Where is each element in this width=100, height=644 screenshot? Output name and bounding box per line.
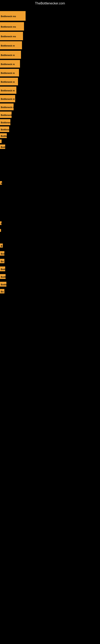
bar-item: Bott: [0, 266, 5, 271]
bar-label: Bott: [0, 266, 5, 271]
bar-label: Bottleneck res: [0, 32, 23, 40]
bar-item: Bottleneck re: [0, 41, 22, 49]
bar-label: Bottleneck re: [0, 60, 20, 68]
site-title: TheBottlenecker.com: [0, 0, 100, 7]
bar-label: Bottleneck: [0, 126, 9, 132]
bar-item: [0, 229, 1, 232]
bar-item: Bottleneck res: [0, 22, 24, 30]
bar-item: Bottleneck re: [0, 51, 21, 59]
bar-item: Bottleneck re: [0, 95, 15, 102]
bar-item: Bottleneck re: [0, 78, 18, 85]
bar-label: Bo: [0, 259, 4, 263]
bar-label: Bottleneck re: [0, 69, 19, 76]
bar-fill: [0, 229, 1, 232]
bar-item: Bottle: [0, 282, 6, 286]
bar-item: Bo: [0, 289, 4, 294]
bar-item: [0, 140, 1, 143]
bar-item: Bottleneck res: [0, 32, 23, 40]
bar-label: B: [0, 222, 1, 225]
bar-item: Bott: [0, 251, 4, 256]
bar-item: Bott: [0, 144, 5, 149]
bar-label: Bottleneck re: [0, 41, 22, 49]
bar-fill: [0, 140, 1, 143]
bar-label: Bott: [0, 144, 5, 149]
bar-item: Bottleneck r: [0, 104, 14, 110]
bar-label: Bottleneck: [0, 119, 10, 125]
bar-label: Bottleneck re: [0, 95, 15, 102]
bar-label: Bottleneck re: [0, 78, 18, 85]
bar-item: Bottleneck re: [0, 60, 20, 68]
bar-label: 6: [0, 181, 2, 185]
bar-item: Bottleneck: [0, 112, 12, 118]
bar-item: Bottleneck: [0, 126, 9, 132]
bar-label: Bottleneck res: [0, 22, 24, 30]
bar-item: Bottleneck: [0, 119, 10, 125]
bar-item: Bottleneck re: [0, 86, 16, 94]
bar-label: Bottleneck res: [0, 11, 26, 21]
bar-item: Bottleneck re: [0, 69, 19, 76]
bar-item: 6: [0, 181, 2, 185]
bar-label: Bottleneck: [0, 112, 12, 118]
bar-item: Bottle: [0, 133, 7, 138]
bar-label: Bottle: [0, 282, 6, 286]
bar-item: B: [0, 222, 1, 225]
bar-label: Bottleneck re: [0, 86, 16, 94]
bar-item: B: [0, 244, 3, 248]
bar-item: Bo: [0, 259, 4, 263]
bar-label: Bottl: [0, 274, 6, 279]
bar-label: B: [0, 244, 3, 248]
bar-label: Bottleneck re: [0, 51, 21, 59]
bar-label: Bo: [0, 289, 4, 294]
bar-item: Bottleneck res: [0, 11, 26, 21]
bar-label: Bottle: [0, 133, 7, 138]
bar-item: Bottl: [0, 274, 6, 279]
bar-label: Bott: [0, 251, 4, 256]
bar-label: Bottleneck r: [0, 104, 14, 110]
